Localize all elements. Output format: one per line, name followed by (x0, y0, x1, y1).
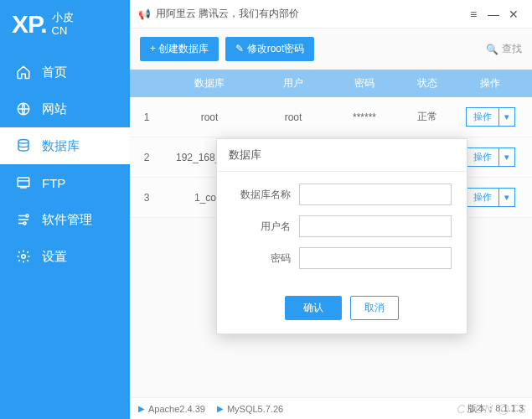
mysql-status[interactable]: ▶MySQL5.7.26 (217, 404, 283, 414)
sidebar: XP. 小皮 CN 首页 网站 数据库 FTP 软件管理 设置 (0, 0, 130, 419)
table-header: 数据库 用户 密码 状态 操作 (130, 70, 532, 97)
globe-icon (15, 101, 32, 117)
menu-icon[interactable]: ≡ (463, 8, 483, 21)
svg-point-5 (22, 255, 26, 259)
modify-root-button[interactable]: ✎ 修改root密码 (225, 37, 314, 61)
close-button[interactable]: ✕ (504, 8, 524, 21)
nav-label: FTP (42, 176, 65, 190)
dbname-input[interactable] (299, 184, 452, 205)
svg-point-3 (26, 215, 28, 217)
sliders-icon (15, 211, 32, 228)
chevron-down-icon: ▾ (499, 109, 514, 125)
announcement: 用阿里云 腾讯云，我们有内部价 (156, 7, 299, 21)
nav-label: 设置 (42, 249, 67, 265)
play-icon: ▶ (138, 404, 145, 413)
nav-label: 软件管理 (42, 212, 92, 228)
password-input[interactable] (299, 247, 452, 269)
ok-button[interactable]: 确认 (285, 296, 342, 320)
col-op: 操作 (457, 76, 524, 91)
logo: XP. 小皮 CN (0, 0, 130, 54)
logo-xp: XP. (12, 10, 47, 39)
dbname-label: 数据库名称 (232, 188, 299, 202)
nav-software[interactable]: 软件管理 (0, 201, 130, 238)
toolbar: + 创建数据库 ✎ 修改root密码 🔍 查找 (130, 28, 532, 70)
col-user: 用户 (256, 76, 331, 91)
create-db-dialog: 数据库 数据库名称 用户名 密码 确认 取消 (216, 138, 467, 334)
dialog-title: 数据库 (217, 139, 467, 172)
ftp-icon (15, 174, 32, 191)
chevron-down-icon: ▾ (499, 149, 514, 165)
col-db: 数据库 (163, 76, 256, 91)
row-action-button[interactable]: 操作▾ (466, 188, 515, 207)
nav-label: 网站 (42, 101, 67, 117)
cancel-button[interactable]: 取消 (350, 296, 399, 320)
username-label: 用户名 (232, 220, 299, 234)
table-row: 1 root root ****** 正常 操作▾ (130, 97, 532, 137)
home-icon (15, 64, 32, 80)
create-db-button[interactable]: + 创建数据库 (140, 37, 219, 61)
svg-point-1 (18, 140, 28, 144)
search-button[interactable]: 🔍 查找 (486, 42, 522, 56)
chevron-down-icon: ▾ (499, 189, 514, 205)
nav-website[interactable]: 网站 (0, 91, 130, 127)
watermark: CSDN @TS (457, 402, 527, 416)
search-icon: 🔍 (486, 44, 498, 55)
play-icon: ▶ (217, 404, 224, 413)
speaker-icon: 📢 (138, 8, 151, 20)
logo-cn: 小皮 CN (52, 11, 74, 37)
password-label: 密码 (232, 251, 299, 266)
nav-label: 首页 (42, 65, 67, 80)
svg-point-4 (23, 222, 26, 225)
nav-label: 数据库 (42, 138, 80, 154)
nav-ftp[interactable]: FTP (0, 164, 130, 201)
nav-database[interactable]: 数据库 (0, 127, 130, 164)
database-icon (15, 137, 32, 154)
nav-home[interactable]: 首页 (0, 54, 130, 91)
svg-rect-2 (18, 178, 29, 187)
titlebar: 📢 用阿里云 腾讯云，我们有内部价 ≡ — ✕ (130, 0, 532, 28)
apache-status[interactable]: ▶Apache2.4.39 (138, 404, 205, 414)
minimize-button[interactable]: — (483, 8, 504, 21)
col-status: 状态 (398, 76, 457, 91)
username-input[interactable] (299, 215, 452, 237)
row-action-button[interactable]: 操作▾ (466, 147, 515, 167)
col-pwd: 密码 (331, 76, 398, 91)
row-action-button[interactable]: 操作▾ (466, 107, 515, 127)
gear-icon (15, 248, 32, 265)
nav-settings[interactable]: 设置 (0, 238, 130, 275)
